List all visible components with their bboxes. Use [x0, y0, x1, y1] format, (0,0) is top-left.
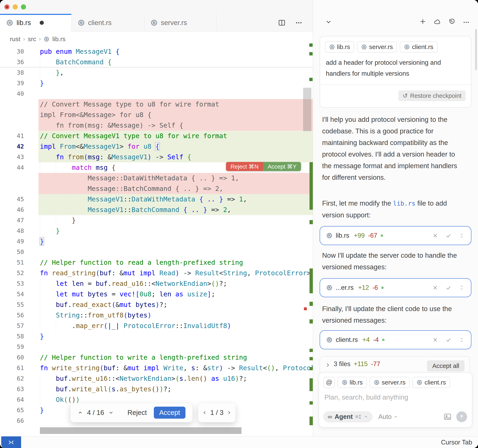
code-line[interactable]: 53 let len = buf.read_u16::<NetworkEndia…	[0, 278, 313, 289]
code-line[interactable]	[0, 426, 313, 435]
code-line[interactable]: 36 BatchCommand {	[0, 57, 313, 67]
minimize-window-button[interactable]	[13, 4, 18, 10]
breadcrumb-item[interactable]: lib.rs	[52, 36, 65, 43]
accept-all-button[interactable]: Accept all	[427, 360, 465, 371]
restore-checkpoint-button[interactable]: ↺ Restore checkpoint	[398, 90, 465, 101]
code-line[interactable]: 48 }	[0, 226, 313, 236]
chat-scrollbar[interactable]	[475, 29, 477, 70]
code-line[interactable]: 60// Helper function to write a length-p…	[0, 352, 313, 363]
inline-reject-button[interactable]: Reject ⌘N	[226, 162, 263, 171]
chat-panel: lib.rs server.rs client.rs add a header …	[313, 0, 478, 436]
code-line[interactable]: 61fn write_string(buf: &mut impl Write, …	[0, 363, 313, 373]
code-line[interactable]: 58}	[0, 331, 313, 342]
code-line[interactable]: Message::DataWithMetadata { .. } => 1,	[0, 173, 313, 184]
inline-accept-button[interactable]: Accept ⌘Y	[263, 162, 301, 171]
code-line[interactable]: 63 buf.write_all(s.as_bytes())?;	[0, 384, 313, 394]
rust-file-icon	[78, 19, 85, 26]
code-line[interactable]: 54 let mut bytes = vec![0u8; len as usiz…	[0, 289, 313, 300]
next-diff-icon[interactable]	[108, 410, 114, 415]
cloud-icon[interactable]	[434, 19, 441, 26]
check-icon[interactable]	[445, 285, 452, 291]
attach-image-button[interactable]	[443, 413, 452, 421]
close-icon[interactable]	[432, 285, 438, 291]
split-editor-icon[interactable]	[278, 19, 285, 26]
line-number: 30	[0, 46, 24, 57]
code-line[interactable]: 30pub enum MessageV1 {	[0, 46, 313, 57]
tab-client-rs[interactable]: client.rs	[72, 14, 144, 32]
status-dot-icon	[382, 339, 384, 341]
expand-icon[interactable]	[459, 232, 465, 239]
agent-mode-selector[interactable]: ∞ Agent ⌘I	[323, 411, 372, 422]
code-line[interactable]: // Convert Message type to u8 for wire f…	[0, 99, 313, 110]
file-diff-card-lib[interactable]: lib.rs +99 -67	[320, 226, 471, 245]
context-chip[interactable]: lib.rs	[338, 377, 367, 388]
expand-icon[interactable]	[459, 337, 465, 343]
tab-lib-rs[interactable]: lib.rs	[0, 14, 72, 32]
code-line[interactable]: 47 }	[0, 215, 313, 226]
code-line[interactable]: 46 MessageV1::BatchCommand { .. } => 2,	[0, 205, 313, 215]
check-icon[interactable]	[445, 337, 452, 343]
code-line[interactable]: 42impl From<&MessageV1> for u8 {	[0, 141, 313, 152]
code-line[interactable]: Message::BatchCommand { .. } => 2,	[0, 184, 313, 194]
code-line[interactable]: 51// Helper function to read a length-pr…	[0, 257, 313, 268]
code-line[interactable]: 62 buf.write_u16::<NetworkEndian>(s.len(…	[0, 373, 313, 384]
code-line[interactable]: fn from(msg: &Message) -> Self {	[0, 120, 313, 131]
close-icon[interactable]	[432, 232, 438, 239]
chevron-right-icon[interactable]	[325, 362, 330, 368]
code-line[interactable]: 56 String::from_utf8(bytes)	[0, 310, 313, 320]
code-line[interactable]: 44 match msg {Reject ⌘NAccept ⌘Y	[0, 162, 313, 173]
close-icon[interactable]	[432, 337, 438, 343]
zoom-window-button[interactable]	[21, 4, 26, 10]
cursor-tab-status[interactable]: Cursor Tab	[441, 436, 472, 448]
prev-diff-icon[interactable]	[77, 410, 83, 415]
code-line[interactable]: 59	[0, 342, 313, 352]
code-line[interactable]: 49}	[0, 236, 313, 247]
code-line[interactable]: 43 fn from(msg: &MessageV1) -> Self {	[0, 152, 313, 162]
code-line[interactable]: 50	[0, 247, 313, 257]
code-line[interactable]: 57 .map_err(|_| ProtocolError::InvalidUt…	[0, 320, 313, 331]
remote-indicator[interactable]	[1, 436, 21, 448]
code-line[interactable]: 55 buf.read_exact(&mut bytes)?;	[0, 300, 313, 310]
context-chip[interactable]: client.rs	[412, 377, 450, 388]
line-number: 48	[0, 226, 24, 236]
context-chip[interactable]: client.rs	[400, 41, 437, 52]
code-editor[interactable]: 30pub enum MessageV1 {36 BatchCommand {3…	[0, 46, 313, 436]
line-number: 54	[0, 289, 24, 300]
new-chat-icon[interactable]	[419, 18, 426, 25]
code-line[interactable]: 39}	[0, 78, 313, 89]
breadcrumb-item[interactable]: src	[28, 36, 36, 43]
model-selector[interactable]: Auto	[378, 413, 398, 421]
breadcrumb-item[interactable]: rust	[10, 36, 20, 43]
prev-file-icon[interactable]	[202, 410, 207, 415]
chat-input[interactable]: Plan, search, build anything	[319, 388, 472, 401]
ellipsis-icon[interactable]	[463, 19, 470, 26]
code-line[interactable]: 41// Convert MessageV1 type to u8 for wi…	[0, 131, 313, 141]
add-context-button[interactable]: @	[324, 377, 335, 388]
line-number: 64	[0, 394, 24, 405]
check-icon[interactable]	[445, 232, 452, 239]
cursor-window: lib.rs client.rs server.rs rust › src › …	[0, 0, 478, 448]
accept-button[interactable]: Accept	[154, 407, 185, 419]
more-actions-icon[interactable]	[295, 19, 302, 26]
reject-button[interactable]: Reject	[128, 409, 147, 416]
close-window-button[interactable]	[4, 4, 10, 10]
tab-server-rs[interactable]: server.rs	[144, 14, 217, 32]
file-diff-card-server[interactable]: ...er.rs +12 -6	[320, 278, 471, 297]
code-line[interactable]: 52fn read_string(buf: &mut impl Read) ->…	[0, 268, 313, 278]
expand-icon[interactable]	[459, 285, 465, 291]
context-chip[interactable]: server.rs	[357, 41, 397, 52]
file-diff-card-client[interactable]: client.rs +4 -4	[320, 330, 471, 349]
code-line[interactable]: 40	[0, 89, 313, 99]
code-line[interactable]: impl From<&Message> for u8 {	[0, 110, 313, 120]
history-icon[interactable]	[448, 18, 455, 25]
next-file-icon[interactable]	[227, 410, 231, 415]
chevron-down-icon[interactable]	[325, 19, 332, 26]
line-number: 51	[0, 257, 24, 268]
context-chip[interactable]: server.rs	[370, 377, 409, 388]
code-line[interactable]: 38 },	[0, 67, 313, 78]
send-button[interactable]	[456, 411, 467, 422]
code-lines: 30pub enum MessageV1 {36 BatchCommand {3…	[0, 46, 313, 436]
context-chip[interactable]: lib.rs	[325, 41, 354, 52]
code-line[interactable]: 45 MessageV1::DataWithMetadata { .. } =>…	[0, 194, 313, 205]
inline-code: lib.rs	[393, 200, 415, 207]
